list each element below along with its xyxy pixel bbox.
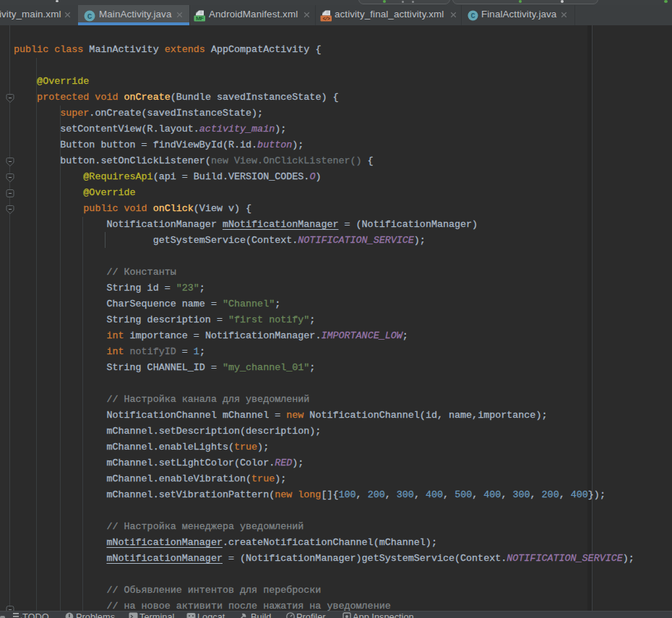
svg-text:C: C	[470, 12, 475, 20]
svg-text:C: C	[87, 12, 92, 21]
svg-text:MF: MF	[196, 15, 204, 22]
svg-text:</>: </>	[322, 16, 329, 22]
